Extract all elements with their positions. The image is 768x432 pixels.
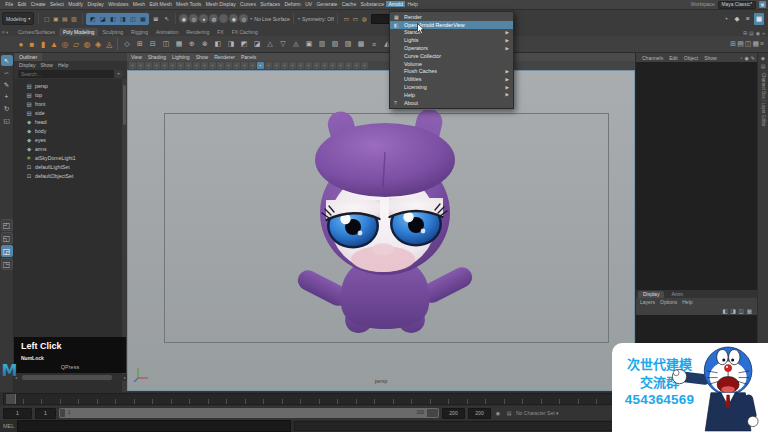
- arnold-menu-item-curve-collector[interactable]: Curve Collector: [390, 52, 513, 60]
- shelf-tab-rendering[interactable]: Rendering: [182, 28, 213, 36]
- film-gate-icon[interactable]: ▪: [193, 62, 200, 69]
- scene-file-icon-3[interactable]: ▤: [60, 14, 69, 24]
- snap-icon-5[interactable]: ◌: [219, 14, 228, 23]
- animation-start-field[interactable]: 1: [3, 408, 32, 419]
- edit-icon[interactable]: ✎: [751, 55, 755, 61]
- super-shape-icon[interactable]: ◬: [104, 38, 114, 51]
- grease-pencil-icon[interactable]: ▪: [177, 62, 184, 69]
- layout-hypershade-persp[interactable]: ◳: [1, 258, 13, 270]
- menu-create[interactable]: Create: [28, 1, 47, 7]
- render-icon-3[interactable]: ◍: [360, 14, 369, 24]
- select-tool-icon[interactable]: ↖: [1, 55, 13, 66]
- circularize-icon[interactable]: ▥: [316, 39, 328, 50]
- menu-set-selector[interactable]: Modeling▾: [2, 12, 34, 25]
- selection-mask-icon-3[interactable]: ◧: [108, 14, 117, 24]
- viewport-canvas[interactable]: persp: [127, 70, 635, 391]
- viewport-menu-view[interactable]: View: [131, 54, 142, 60]
- highlight-selection-icon[interactable]: ↖: [162, 14, 171, 24]
- sidebar-strip-label[interactable]: Channel Box / Layer Editor: [761, 73, 766, 127]
- platonic-solid-icon[interactable]: ◈: [93, 38, 103, 51]
- combine-icon[interactable]: ◨: [225, 39, 237, 50]
- smooth-icon[interactable]: ⊗: [199, 39, 211, 50]
- grid-icon[interactable]: ▪: [185, 62, 192, 69]
- channel-menu-channels[interactable]: Channels: [642, 55, 663, 61]
- viewport-menu-shading[interactable]: Shading: [148, 54, 166, 60]
- cone-icon[interactable]: ▲: [49, 38, 59, 51]
- layout-single-pane[interactable]: ◰: [1, 219, 13, 231]
- arnold-menu-item-volume[interactable]: Volume: [390, 60, 513, 68]
- arnold-menu-item-render[interactable]: ▦Render: [390, 13, 513, 21]
- exposure-icon[interactable]: ▪: [353, 62, 360, 69]
- arnold-menu-item-flush-caches[interactable]: Flush Caches▶: [390, 68, 513, 76]
- outliner-menu-show[interactable]: Show: [40, 62, 53, 68]
- character-set-selector[interactable]: No Character Set ▾: [516, 410, 559, 416]
- selection-mask-icon-1[interactable]: ◩: [88, 14, 97, 24]
- scene-file-icon-2[interactable]: ▣: [51, 14, 60, 24]
- range-handle-left[interactable]: [60, 409, 65, 417]
- scene-file-icon-1[interactable]: ▢: [42, 14, 51, 24]
- menu-mesh[interactable]: Mesh: [131, 1, 148, 7]
- wireframe-icon[interactable]: ▪: [265, 62, 272, 69]
- current-frame-marker[interactable]: [6, 394, 16, 404]
- menu-cache[interactable]: Cache: [340, 1, 359, 7]
- shelf-end-icon-1[interactable]: ⊞: [730, 40, 736, 48]
- symmetry-label[interactable]: Symmetry: Off: [302, 16, 334, 22]
- layer-tab-display[interactable]: Display: [638, 291, 664, 298]
- outliner-tab[interactable]: Outliner: [14, 53, 42, 61]
- paint-select-tool-icon[interactable]: ✎: [1, 79, 13, 90]
- motion-blur-icon[interactable]: ▪: [313, 62, 320, 69]
- attribute-editor-icon[interactable]: ◔: [721, 13, 731, 25]
- chevron-down-icon[interactable]: ▾: [298, 16, 300, 21]
- snap-icon-6[interactable]: ◉: [229, 14, 238, 23]
- cylinder-icon[interactable]: ▮: [38, 38, 48, 51]
- shelf-switch-icon[interactable]: ≡ ▾: [2, 30, 8, 35]
- append-polygon-icon[interactable]: ▩: [355, 39, 367, 50]
- workspace-dropdown[interactable]: Maya Classic*: [718, 1, 756, 9]
- menu-surfaces[interactable]: Surfaces: [258, 1, 282, 7]
- select-camera-icon[interactable]: ▪: [129, 62, 136, 69]
- channel-box-icon[interactable]: ≡: [743, 13, 753, 25]
- bevel-icon[interactable]: ⊞: [134, 39, 146, 50]
- empty-layer-icon[interactable]: ▦: [747, 308, 752, 314]
- outliner-item-body[interactable]: ◆body: [14, 126, 122, 135]
- plane-icon[interactable]: ▱: [71, 38, 81, 51]
- duplicate-face-icon[interactable]: ▣: [303, 39, 315, 50]
- pin-icon[interactable]: ◆: [761, 55, 765, 61]
- channel-menu-object[interactable]: Object: [684, 55, 698, 61]
- lock-camera-icon[interactable]: ▪: [137, 62, 144, 69]
- image-plane-icon[interactable]: ▪: [161, 62, 168, 69]
- channel-menu-show[interactable]: Show: [704, 55, 717, 61]
- outliner-item-side[interactable]: ▤side: [14, 108, 122, 117]
- ambient-occlusion-icon[interactable]: ▪: [305, 62, 312, 69]
- filter-icon[interactable]: ▾: [114, 70, 123, 78]
- outliner-item-persp[interactable]: ▤persp: [14, 81, 122, 90]
- snap-icon-4[interactable]: ◍: [209, 14, 218, 23]
- shelf-end-icon-5[interactable]: »: [760, 40, 764, 48]
- viewport-menu-lighting[interactable]: Lighting: [172, 54, 190, 60]
- anim-prefs-icon[interactable]: ▤: [505, 409, 513, 418]
- outliner-item-defaultlightset[interactable]: ⊡defaultLightSet: [14, 162, 122, 171]
- divider[interactable]: [293, 13, 294, 24]
- torus-icon[interactable]: ◎: [60, 38, 70, 51]
- search-input[interactable]: [18, 71, 114, 77]
- layer-menu-options[interactable]: Options: [660, 299, 677, 305]
- range-slider-bar[interactable]: 1 200: [59, 408, 439, 418]
- menu-display[interactable]: Display: [85, 1, 106, 7]
- lock-icon[interactable]: ⊠: [151, 14, 160, 24]
- menu-uv[interactable]: UV: [303, 1, 314, 7]
- modeling-toolkit-icon[interactable]: ▦: [754, 13, 764, 25]
- shelf-end-icon-3[interactable]: ◫: [745, 40, 752, 48]
- shaded-icon[interactable]: ▪: [273, 62, 280, 69]
- shelf-tab-fx-caching[interactable]: FX Caching: [228, 28, 262, 36]
- frame-all-icon[interactable]: ▪: [241, 62, 248, 69]
- animation-end-field[interactable]: 200: [468, 408, 491, 419]
- cube-icon[interactable]: ■: [27, 38, 37, 51]
- menu-substance[interactable]: Substance: [358, 1, 386, 7]
- tool-settings-icon[interactable]: ◆: [732, 13, 742, 25]
- shelf-end-icon-4[interactable]: ▦: [752, 40, 759, 48]
- menu-modify[interactable]: Modify: [66, 1, 85, 7]
- live-surface-label[interactable]: No Live Surface: [254, 16, 290, 22]
- x-ray-icon[interactable]: ▪: [345, 62, 352, 69]
- menu-help[interactable]: Help: [405, 1, 420, 7]
- target-weld-icon[interactable]: ▦: [173, 39, 185, 50]
